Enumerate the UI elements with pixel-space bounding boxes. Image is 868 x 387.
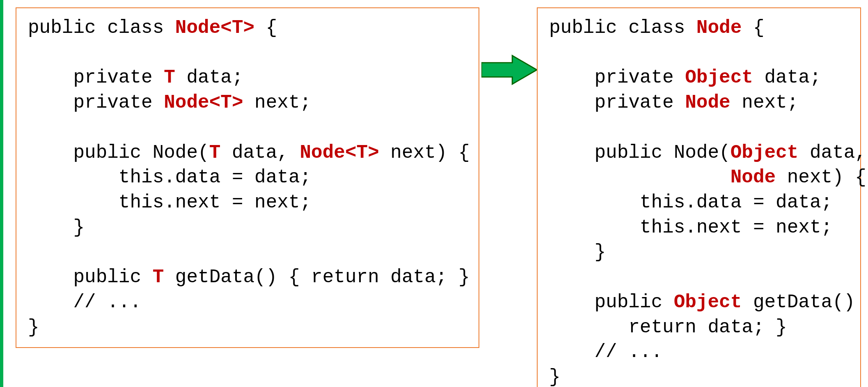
code-text: public [28,267,153,288]
type-highlight: T [164,67,175,88]
code-text: public Node( [28,142,209,164]
code-text: next) { [379,142,470,164]
code-text: this.next = next; [28,192,311,213]
code-text: private [549,67,685,88]
code-text: data, [798,142,866,164]
code-before-box: public class Node<T> { private T data; p… [16,7,479,348]
code-after-box: public class Node { private Object data;… [537,7,861,387]
arrow-icon [481,53,537,86]
code-text: data; [753,67,821,88]
code-text: return data; } [549,317,787,338]
code-text: public Node( [549,142,731,164]
code-text: { [254,17,277,39]
code-text: data, [220,142,300,164]
type-highlight: Object [731,142,799,164]
code-text: next; [243,92,311,113]
type-highlight: Object [674,292,742,313]
type-highlight: T [209,142,221,164]
type-highlight: Object [685,67,753,88]
diagram-stage: public class Node<T> { private T data; p… [3,0,868,387]
code-text: this.data = data; [28,167,311,188]
code-text: public [549,292,674,313]
type-highlight: Node<T> [164,92,243,113]
code-text: } [549,366,561,387]
code-text: public class [549,17,696,39]
type-highlight: Node [731,167,776,188]
code-text: private [549,92,685,113]
code-text: private [28,92,164,113]
code-text: { [742,17,764,39]
code-text: this.next = next; [549,217,832,238]
code-text: } [549,242,606,263]
type-highlight: Node<T> [175,17,254,39]
code-text: data; [175,67,243,88]
type-highlight: Node [685,92,730,113]
type-highlight: Node [696,17,742,39]
code-text: next) { [776,167,866,188]
code-text: } [28,317,39,338]
code-text: getData() { [742,292,868,313]
code-text [549,167,731,188]
code-text: next; [731,92,799,113]
code-text: public class [28,17,175,39]
code-text: // ... [549,341,662,363]
type-highlight: T [153,267,164,288]
type-highlight: Node<T> [300,142,379,164]
code-text: // ... [28,292,141,313]
code-text: private [28,67,164,88]
code-text: } [28,217,85,238]
svg-marker-0 [481,55,537,84]
code-text: getData() { return data; } [164,267,469,288]
code-text: this.data = data; [549,192,832,213]
